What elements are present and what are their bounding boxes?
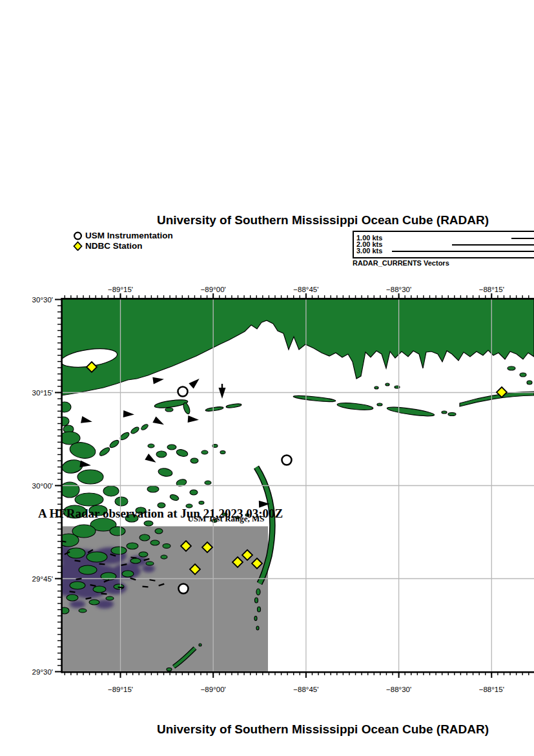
map-canvas: −89°15'−89°15'−89°00'−89°00'−88°45'−88°4… xyxy=(0,0,534,756)
current-dash xyxy=(143,587,149,587)
x-axis-label-top: −88°30' xyxy=(386,286,411,293)
current-dash xyxy=(99,564,105,565)
current-dash xyxy=(101,594,107,594)
current-dash xyxy=(70,591,76,592)
figure-title-bottom: University of Southern Mississippi Ocean… xyxy=(157,722,489,737)
x-axis-label-top: −89°00' xyxy=(201,286,226,293)
y-axis-label: 30°30' xyxy=(32,296,53,304)
current-dash xyxy=(131,558,137,558)
x-axis-label-bottom: −88°30' xyxy=(386,686,411,693)
x-axis-label-bottom: −88°45' xyxy=(293,686,318,693)
y-axis-label: 30°00' xyxy=(32,482,53,490)
x-axis-label-top: −89°15' xyxy=(108,286,133,293)
usm-station-marker xyxy=(179,584,189,594)
y-axis-label: 30°15' xyxy=(32,389,53,397)
current-dash xyxy=(75,560,81,561)
current-dash xyxy=(76,578,82,579)
x-axis-label-bottom: −89°15' xyxy=(108,686,133,693)
y-axis-label: 29°45' xyxy=(32,575,53,583)
x-axis-label-top: −88°45' xyxy=(293,286,318,293)
x-axis-label-top: −88°15' xyxy=(479,286,504,293)
map-annotation-subtitle: USM Test Range, MS xyxy=(187,514,264,524)
usm-station-marker xyxy=(178,387,188,397)
y-axis-label: 29°30' xyxy=(32,668,53,676)
figure-canvas: University of Southern Mississippi Ocean… xyxy=(0,0,534,756)
usm-station-marker xyxy=(282,456,292,465)
current-dash xyxy=(150,580,156,581)
x-axis-label-bottom: −89°00' xyxy=(201,686,226,693)
x-axis-label-bottom: −88°15' xyxy=(479,686,504,693)
